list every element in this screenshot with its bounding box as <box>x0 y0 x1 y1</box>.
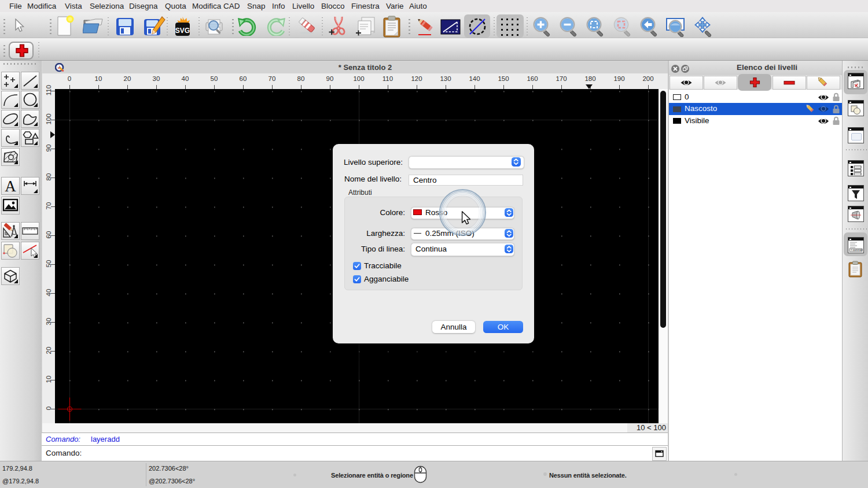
svg-text:> command: > command <box>851 249 863 252</box>
svg-text:A: A <box>5 178 16 194</box>
svg-text:SVG: SVG <box>175 27 190 35</box>
